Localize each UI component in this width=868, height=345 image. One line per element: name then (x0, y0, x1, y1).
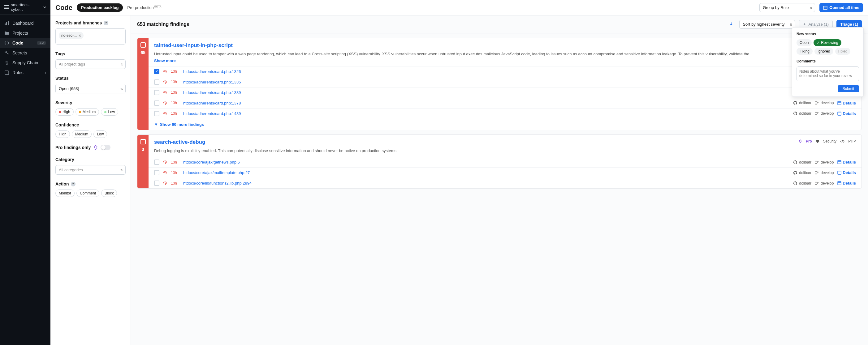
card-checkbox[interactable] (141, 139, 146, 144)
row-branch: develop (815, 181, 834, 185)
finding-row: 13h htdocs/adherents/card.php:1326 (149, 66, 862, 77)
row-checkbox[interactable] (154, 160, 159, 165)
row-path[interactable]: htdocs/adherents/card.php:1439 (183, 111, 241, 116)
org-switcher[interactable]: smarttecs-cybe... (0, 0, 51, 14)
clock-back-icon (163, 160, 167, 164)
group-by-select[interactable]: Group by Rule ⇅ (760, 3, 815, 12)
row-checkbox[interactable] (154, 180, 159, 186)
row-path[interactable]: htdocs/adherents/card.php:1339 (183, 90, 241, 95)
card-checkbox[interactable] (141, 42, 146, 47)
help-icon[interactable]: ? (104, 21, 108, 25)
nav-item-supply-chain[interactable]: Supply Chain (0, 58, 51, 68)
pro-toggle[interactable] (100, 145, 111, 150)
row-checkbox[interactable] (154, 69, 159, 74)
row-branch: develop (815, 160, 834, 165)
row-time: 13h (171, 80, 180, 84)
comments-label: Comments (797, 59, 859, 63)
show-more-findings[interactable]: ▼ Show 60 more findings (149, 119, 862, 130)
details-link[interactable]: Details (837, 181, 856, 185)
status-chip-fixing[interactable]: Fixing (797, 48, 813, 55)
row-repo: dolibarr (794, 160, 811, 165)
status-chip-ignored[interactable]: Ignored (814, 48, 833, 55)
row-checkbox[interactable] (154, 100, 159, 106)
details-link[interactable]: Details (837, 170, 856, 175)
row-checkbox[interactable] (154, 79, 159, 85)
filter-pro-label: Pro findings only (55, 145, 91, 150)
status-chip-open[interactable]: Open (797, 39, 812, 46)
submit-button[interactable]: Submit (838, 85, 859, 92)
confidence-chip-low[interactable]: Low (93, 131, 107, 138)
action-chip-comment[interactable]: Comment (76, 189, 99, 197)
dashboard-icon (4, 21, 9, 26)
details-link[interactable]: Details (837, 111, 856, 116)
status-select[interactable]: Open (653) ⇅ (55, 84, 126, 93)
finding-row: 13h htdocs/core/ajax/getnews.php:6 dolib… (149, 157, 862, 167)
action-chip-monitor[interactable]: Monitor (55, 189, 74, 197)
nav-item-dashboard[interactable]: Dashboard (0, 18, 51, 28)
projects-chipbox[interactable]: no-sec-... × (55, 28, 126, 44)
clock-back-icon (163, 91, 167, 95)
severity-chip-medium[interactable]: Medium (75, 108, 99, 116)
row-path[interactable]: htdocs/adherents/card.php:1335 (183, 80, 241, 84)
clock-back-icon (163, 181, 167, 185)
details-link[interactable]: Details (837, 101, 856, 105)
show-more-desc[interactable]: Show more (154, 59, 176, 63)
svg-point-26 (816, 181, 817, 182)
nav-item-projects[interactable]: Projects (0, 28, 51, 38)
confidence-chip-medium[interactable]: Medium (72, 131, 92, 138)
svg-point-23 (817, 172, 818, 172)
row-path[interactable]: htdocs/adherents/card.php:1326 (183, 69, 241, 74)
category-select[interactable]: All categories ⇅ (55, 165, 126, 175)
card-tags: Pro Security PHP (798, 139, 856, 143)
row-branch: develop (815, 171, 834, 175)
project-chip: no-sec-... × (59, 32, 84, 39)
svg-rect-0 (5, 24, 6, 25)
findings-area: 653 matching findings Sort by highest se… (131, 15, 868, 345)
clock-back-icon (163, 171, 167, 175)
filter-severity-label: Severity (55, 100, 126, 105)
chip-remove-icon[interactable]: × (79, 33, 81, 38)
svg-point-21 (816, 171, 817, 172)
finding-row: 13h htdocs/adherents/card.php:1439 dolib… (149, 108, 862, 119)
row-checkbox[interactable] (154, 111, 159, 116)
nav-item-code[interactable]: Code653 (0, 38, 51, 48)
nav-item-rules[interactable]: Rules› (0, 68, 51, 78)
sort-select[interactable]: Sort by highest severity ⇅ (739, 20, 795, 29)
caret-icon: ⇅ (120, 63, 123, 66)
tab-preproduction[interactable]: Pre-productionBETA (127, 5, 161, 10)
row-checkbox[interactable] (154, 90, 159, 95)
details-link[interactable]: Details (837, 160, 856, 165)
finding-row: 13h htdocs/core/ajax/mailtemplate.php:27… (149, 167, 862, 178)
shield-icon (816, 139, 819, 143)
rule-name[interactable]: search-active-debug (154, 139, 792, 145)
dot-icon (79, 111, 81, 113)
tab-production-backlog[interactable]: Production backlog (77, 3, 123, 12)
row-path[interactable]: htdocs/core/ajax/mailtemplate.php:27 (183, 170, 250, 175)
comments-input[interactable] (797, 66, 859, 81)
severity-chip-low[interactable]: Low (101, 108, 118, 116)
finding-row: 13h htdocs/adherents/card.php:1378 dolib… (149, 98, 862, 108)
svg-rect-29 (838, 181, 841, 185)
sidebar: smarttecs-cybe... DashboardProjectsCode6… (0, 0, 51, 345)
status-chip-fixed: Fixed (835, 48, 850, 55)
download-button[interactable] (727, 20, 736, 29)
key-icon (4, 50, 9, 55)
card-count: 65 (141, 50, 146, 55)
status-chip-reviewing[interactable]: ✓ Reviewing (813, 39, 841, 46)
action-chip-block[interactable]: Block (101, 189, 117, 197)
folder-icon (4, 31, 9, 36)
svg-point-27 (816, 184, 817, 185)
nav-item-secrets[interactable]: Secrets (0, 48, 51, 58)
filters-panel: Projects and branches ? no-sec-... × Tag… (51, 15, 131, 345)
tags-select[interactable]: All project tags ⇅ (55, 59, 126, 69)
opened-all-time-button[interactable]: Opened all time (819, 3, 863, 12)
row-path[interactable]: htdocs/core/ajax/getnews.php:6 (183, 160, 240, 165)
row-path[interactable]: htdocs/core/lib/functions2.lib.php:2894 (183, 181, 252, 185)
severity-chip-high[interactable]: High (55, 108, 74, 116)
confidence-chip-high[interactable]: High (55, 131, 70, 138)
row-checkbox[interactable] (154, 170, 159, 175)
rule-name[interactable]: tainted-user-input-in-php-script (154, 42, 856, 48)
help-icon[interactable]: ? (71, 182, 75, 186)
github-icon (794, 161, 797, 164)
row-path[interactable]: htdocs/adherents/card.php:1378 (183, 101, 241, 105)
